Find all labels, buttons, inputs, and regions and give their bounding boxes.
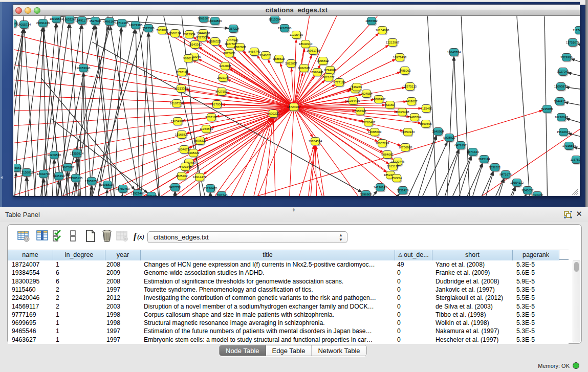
collapse-west-panel-arrow[interactable] [1, 176, 3, 179]
cell-pagerank: 5.3E-5 [516, 302, 558, 311]
table-row[interactable]: 2242004622012Investigating the contribut… [8, 294, 569, 302]
svg-text:9227343: 9227343 [557, 70, 569, 73]
table-source-combobox[interactable]: citations_edges.txt ▲▼ [147, 231, 347, 243]
cell-year: 2009 [106, 269, 140, 277]
cell-out_de: 0 [397, 336, 431, 344]
change-table-mode-button[interactable] [17, 229, 30, 244]
create-column-button[interactable] [84, 229, 97, 244]
vertical-scrollbar[interactable] [573, 260, 580, 342]
svg-text:8215955: 8215955 [541, 107, 553, 111]
table-row[interactable]: 946554611997Estimation of the future num… [8, 327, 569, 335]
svg-text:10958107: 10958107 [101, 183, 115, 186]
svg-text:18724007: 18724007 [287, 105, 301, 108]
svg-text:(x): (x) [137, 233, 144, 240]
svg-text:20053346: 20053346 [77, 67, 91, 70]
column-header-out_de[interactable]: △out_de... [395, 250, 432, 260]
clear-selection-button[interactable] [67, 229, 80, 244]
svg-text:917006: 917006 [212, 103, 223, 106]
svg-text:8079144: 8079144 [145, 194, 158, 196]
column-header-name[interactable]: name [8, 250, 53, 260]
table-row[interactable]: 1938455462009Genome-wide association stu… [8, 269, 569, 277]
svg-text:1805341: 1805341 [14, 22, 18, 25]
cell-title: Tourette syndrome. Phenomenology and cla… [144, 286, 394, 294]
svg-text:16154808: 16154808 [376, 29, 389, 32]
svg-text:8912954: 8912954 [183, 33, 195, 36]
cell-year: 1998 [106, 319, 140, 327]
svg-text:15692971: 15692971 [557, 130, 571, 134]
svg-text:19654923: 19654923 [401, 130, 415, 134]
window-resize-grip[interactable] [571, 189, 578, 195]
cell-title: Genome-wide association studies in ADHD. [144, 269, 394, 277]
function-builder-button[interactable]: f (x) [133, 229, 146, 244]
float-window-icon[interactable] [564, 210, 572, 218]
svg-text:10756928: 10756928 [399, 146, 412, 149]
table-row[interactable]: 911546021997Tourette syndrome. Phenomeno… [8, 286, 569, 294]
scrollbar-thumb[interactable] [574, 262, 579, 272]
svg-text:9474444: 9474444 [467, 150, 479, 154]
svg-text:746266: 746266 [352, 85, 362, 89]
table-row[interactable]: 969969511998Structural magnetic resonanc… [8, 319, 569, 327]
column-header-title[interactable]: title [141, 250, 395, 260]
cell-year: 1998 [106, 311, 140, 319]
svg-text:9146821: 9146821 [259, 54, 272, 57]
cell-pagerank: 5.3E-5 [516, 311, 558, 319]
svg-text:19166827: 19166827 [175, 133, 189, 136]
svg-text:19384554: 19384554 [309, 140, 322, 143]
svg-text:9242848: 9242848 [219, 64, 231, 68]
cell-pagerank: 5.9E-5 [516, 277, 558, 286]
svg-text:6409348: 6409348 [179, 165, 191, 168]
table-row[interactable]: 1830029562008Estimation of significance … [8, 277, 569, 286]
svg-text:7515526: 7515526 [142, 27, 155, 30]
column-header-short[interactable]: short [432, 250, 513, 260]
combobox-value: citations_edges.txt [154, 233, 209, 241]
svg-text:2803144: 2803144 [217, 76, 229, 79]
show-columns-button[interactable] [36, 229, 49, 244]
network-canvas[interactable]: 1405571420091406180365411065326710491177… [14, 16, 580, 196]
table-row[interactable]: 1872400712008Changes of HCN gene express… [8, 260, 569, 269]
svg-text:9777169: 9777169 [333, 81, 345, 84]
svg-text:10807487: 10807487 [372, 98, 386, 101]
svg-text:16543362: 16543362 [188, 43, 202, 46]
svg-text:19654982: 19654982 [171, 120, 185, 123]
svg-text:15716485: 15716485 [204, 187, 217, 190]
table-panel: Table Panel ▲▼ ✕ [0, 207, 588, 372]
memory-ok-indicator [573, 362, 579, 369]
tab-edge-table[interactable]: Edge Table [266, 345, 312, 356]
table-row[interactable]: 977716911998Corpus callosum shape and si… [8, 311, 569, 319]
cell-name: 18300295 [12, 277, 52, 286]
cell-title: Investigating the contribution of common… [144, 294, 394, 302]
svg-text:8990448: 8990448 [311, 71, 323, 74]
tab-network-table[interactable]: Network Table [312, 345, 366, 356]
svg-text:10210643: 10210643 [555, 116, 569, 119]
svg-text:16671385: 16671385 [129, 24, 143, 27]
sort-ascending-icon: △ [398, 250, 402, 259]
cell-year: 1997 [106, 286, 140, 294]
network-window-titlebar[interactable]: citations_edges.txt [13, 5, 580, 16]
svg-text:17016504: 17016504 [562, 144, 576, 147]
select-all-button[interactable] [52, 229, 65, 244]
table-row[interactable]: 1456911722003Disruption of a novel membe… [8, 302, 569, 311]
svg-text:9084067: 9084067 [381, 153, 394, 156]
cytoscape-app: citations_edges.txt 14055714200914061803… [0, 0, 588, 372]
cell-short: Tibbo et al. (1998) [435, 311, 512, 319]
memory-status-label: Memory: OK [538, 363, 570, 369]
tab-node-table[interactable]: Node Table [220, 345, 266, 356]
splitter-grip-icon[interactable]: ▲▼ [289, 208, 298, 210]
svg-text:7955812: 7955812 [317, 59, 329, 62]
column-header-pagerank[interactable]: pagerank [513, 250, 559, 260]
svg-text:12156819: 12156819 [20, 171, 34, 174]
svg-text:7625402: 7625402 [176, 174, 188, 178]
column-header-year[interactable]: year [105, 250, 141, 260]
column-header-in_degree[interactable]: in_degree [53, 250, 105, 260]
delete-column-button[interactable] [100, 229, 114, 244]
close-panel-icon[interactable]: ✕ [575, 210, 583, 218]
cell-title: Changes of HCN gene expression and I(f) … [144, 260, 394, 269]
table-row[interactable]: 946362711997Embryonic stem cells: a mode… [8, 336, 569, 344]
svg-text:6466160: 6466160 [103, 20, 116, 23]
cell-name: 22420046 [12, 294, 52, 302]
svg-text:10688609: 10688609 [368, 130, 382, 134]
svg-text:10491177: 10491177 [75, 19, 89, 22]
svg-text:19495764: 19495764 [408, 116, 422, 119]
svg-text:1362615: 1362615 [298, 67, 310, 70]
svg-text:19218506: 19218506 [278, 27, 292, 30]
